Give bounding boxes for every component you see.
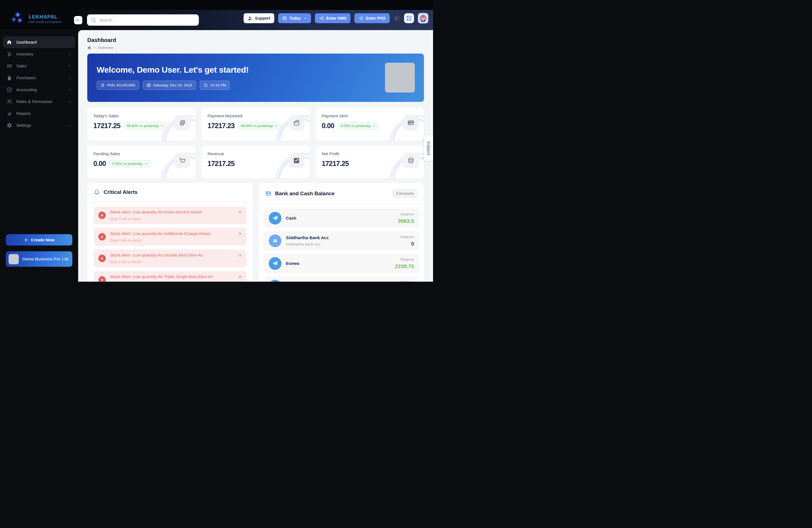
enter-hms-label: Enter HMS [326, 16, 346, 20]
stock-alert-item: × Stock Alert: Low quantity for Triple S… [94, 271, 246, 282]
balance-value: 0 [401, 241, 414, 247]
bank-balance-panel: Bank and Cash Balance 5 Accounts Cash Ba… [259, 183, 424, 282]
error-circle-icon: × [98, 233, 106, 240]
welcome-banner: Welcome, Demo User. Let's get started! P… [87, 54, 424, 102]
sidebar: Dashboard Inventory Sales Purchases Acco… [0, 30, 78, 282]
sidebar-item-accounting[interactable]: Accounting [3, 84, 75, 96]
stat-value: 17217.25 [93, 122, 120, 130]
account-row-cash[interactable]: Cash Balance 9983.5 [264, 209, 419, 228]
sidebar-item-inventory[interactable]: Inventory [3, 48, 75, 60]
bank-card-icon [265, 191, 271, 196]
stat-card-pending-sales: Pending Sales 0.00 0.00% vs yesterday [87, 146, 195, 179]
alert-title: Stock Alert: Low quantity for Extra Serv… [110, 210, 202, 215]
search-bar[interactable] [87, 14, 199, 26]
chevron-down-icon [68, 123, 72, 127]
brand-tagline: FOR YOUR ACCOUNTS [29, 21, 61, 24]
stat-card-payment-received: Payment Received 17217.23 68.94% vs yest… [201, 108, 309, 141]
sidebar-collapse-button[interactable] [74, 16, 82, 24]
close-icon[interactable]: ✕ [238, 274, 242, 279]
banknote-icon [6, 63, 12, 69]
sidebar-item-dashboard[interactable]: Dashboard [3, 36, 75, 48]
balance-value: 9983.5 [398, 218, 414, 224]
welcome-heading: Welcome, Demo User. Let's get started! [97, 65, 415, 75]
account-name: Siddhartha Bank Acc [286, 235, 329, 240]
scan-frame-icon [406, 15, 412, 21]
user-avatar[interactable] [418, 13, 429, 24]
accounts-list: Cash Balance 9983.5 Siddhartha Bank Acc … [259, 204, 424, 282]
alert-subtitle: Only 0 left in stock! [110, 238, 211, 243]
coins-icon [403, 153, 418, 168]
support-side-tab[interactable]: Support [424, 135, 433, 161]
fullscreen-button[interactable] [404, 13, 414, 23]
svg-text:×: × [17, 13, 18, 16]
send-plane-icon [269, 257, 281, 270]
business-switcher[interactable]: Demo Business Pvt. Ltd. [6, 251, 72, 267]
account-row-siddhartha-bank-acc[interactable]: Siddhartha Bank Acc Siddhartha Bank Acc … [264, 231, 419, 250]
svg-text:+: + [19, 19, 21, 22]
close-icon[interactable]: ✕ [238, 210, 242, 215]
alert-subtitle: Only 5 left in stock! [110, 260, 203, 264]
account-name: Cash [286, 216, 296, 221]
enter-pos-button[interactable]: Enter POS [354, 13, 390, 23]
balance-value: 2239.75 [395, 263, 414, 269]
stat-cards: Today's Sales 17217.25 68.94% vs yesterd… [87, 108, 424, 179]
close-icon[interactable]: ✕ [238, 231, 242, 236]
create-new-button[interactable]: Create New [6, 234, 72, 246]
close-icon[interactable]: ✕ [238, 253, 242, 258]
today-button[interactable]: Today [278, 13, 311, 23]
alert-title: Stock Alert: Low quantity for Triple Sin… [110, 274, 213, 279]
breadcrumb: - Overview [87, 46, 424, 50]
alerts-list: × Stock Alert: Low quantity for Extra Se… [87, 202, 253, 282]
support-button-label: Support [255, 16, 271, 20]
account-name: Esewa [286, 261, 299, 266]
chevron-down-icon [68, 64, 72, 68]
send-plane-icon [269, 212, 281, 224]
theme-toggle-sun-icon[interactable] [394, 15, 400, 21]
search-icon [91, 17, 96, 23]
stat-change-badge: 68.94% vs yesterday [124, 122, 166, 130]
sidebar-item-roles-permission[interactable]: Roles & Permission [3, 96, 75, 107]
sidebar-item-sales[interactable]: Sales [3, 60, 75, 72]
stat-card-payment-sent: Payment Sent 0.00 0.00% vs yesterday [316, 108, 424, 141]
send-plane-icon [269, 280, 281, 282]
plus-icon [24, 238, 28, 242]
account-row-punodaya-sahakari[interactable]: Punodaya Sahakari Balance 0 [264, 277, 419, 282]
search-input[interactable] [99, 18, 195, 23]
lekhapal-logo-icon: × ÷ + [11, 12, 25, 26]
breadcrumb-separator: - [94, 46, 95, 50]
sidebar-nav: Dashboard Inventory Sales Purchases Acco… [0, 36, 78, 131]
chevron-down-icon [303, 17, 307, 20]
gear-icon [6, 122, 12, 128]
chevron-down-icon [68, 100, 72, 104]
bottom-panels: Critical Alerts × Stock Alert: Low quant… [87, 183, 424, 282]
today-button-label: Today [289, 16, 301, 20]
stock-alert-item: × Stock Alert: Low quantity for Extra Se… [94, 206, 246, 224]
sidebar-item-reports[interactable]: Reports [3, 107, 75, 119]
stock-alert-item: × Stock Alert: Low quantity for Addition… [94, 228, 246, 246]
sidebar-bottom: Create New Demo Business Pvt. Ltd. [0, 234, 78, 282]
date-value: Saturday, Dec 20, 2024 [153, 83, 192, 87]
account-row-esewa[interactable]: Esewa Balance 2239.75 [264, 254, 419, 273]
error-circle-icon: × [98, 276, 106, 282]
bank-card-icon [269, 234, 281, 247]
create-new-label: Create New [31, 237, 54, 243]
credit-card-icon [403, 115, 418, 130]
time-pill: 10:33 PM [200, 80, 230, 90]
log-in-icon [359, 16, 363, 21]
support-button[interactable]: Support [244, 13, 275, 23]
time-value: 10:33 PM [210, 83, 226, 87]
sidebar-item-settings[interactable]: Settings [3, 119, 75, 131]
breadcrumb-item-overview[interactable]: Overview [98, 46, 113, 50]
alerts-panel-title: Critical Alerts [104, 189, 137, 195]
sidebar-item-purchases[interactable]: Purchases [3, 72, 75, 84]
stat-value: 0.00 [93, 160, 106, 167]
business-name: Demo Business Pvt. Ltd. [23, 256, 69, 262]
stat-value: 17217.25 [322, 160, 349, 167]
chevron-down-icon [68, 76, 72, 80]
calendar-icon [282, 16, 287, 20]
enter-hms-button[interactable]: Enter HMS [315, 13, 350, 23]
stat-change-badge: 0.00% vs yesterday [110, 160, 150, 167]
cart-icon [175, 153, 190, 168]
alerts-panel-header: Critical Alerts [87, 183, 253, 202]
stat-value: 17217.23 [207, 122, 234, 130]
